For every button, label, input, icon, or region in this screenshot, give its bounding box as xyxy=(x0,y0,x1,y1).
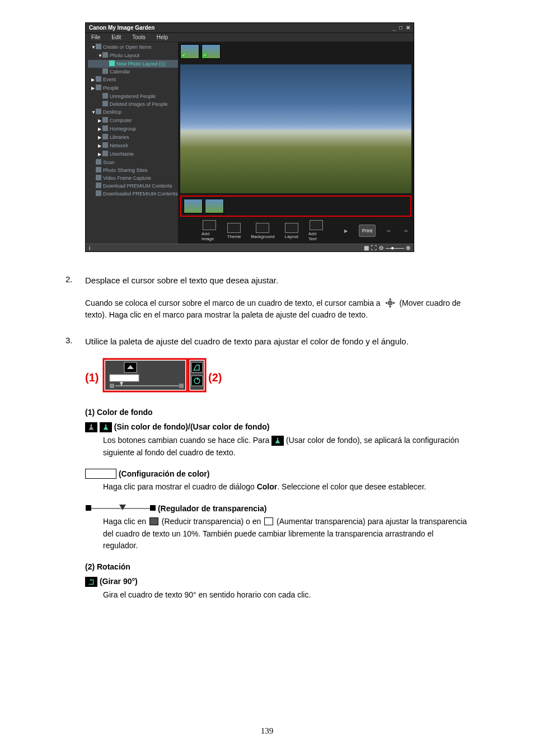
sidebar-item[interactable]: ▶Computer xyxy=(88,116,178,125)
scan-icon xyxy=(96,159,101,165)
sidebar-item[interactable]: Calendar xyxy=(88,68,178,76)
sidebar-item[interactable]: ▶Event xyxy=(88,76,178,84)
maximize-button[interactable]: □ xyxy=(399,25,402,31)
thumbnail[interactable]: ✓ xyxy=(202,44,221,59)
sidebar-item[interactable]: Download PREMIUM Contents xyxy=(88,182,178,190)
menu-help[interactable]: Help xyxy=(151,34,174,40)
downloaded-icon xyxy=(96,190,101,196)
disclosure-icon: ▶ xyxy=(98,151,101,158)
sidebar-item-label: Libraries xyxy=(110,134,129,140)
print-button[interactable]: Print xyxy=(359,225,376,237)
svg-point-17 xyxy=(105,424,107,426)
event-icon xyxy=(96,76,101,82)
nav-next-icon[interactable]: ⇨ xyxy=(402,228,410,234)
step-title: Utilice la paleta de ajuste del cuadro d… xyxy=(85,337,409,346)
rotate-90-icon xyxy=(85,577,97,587)
sidebar-item-label: Calendar xyxy=(110,69,130,74)
svg-rect-12 xyxy=(191,376,203,386)
svg-rect-20 xyxy=(86,577,97,586)
zoom-slider[interactable]: —●—— xyxy=(386,245,404,251)
sidebar-item-label: Create or Open Items xyxy=(103,44,152,50)
subsection-desc: Gira el cuadro de texto 90° en sentido h… xyxy=(103,589,469,601)
zoom-out-icon[interactable]: ⊖ xyxy=(379,245,383,251)
svg-rect-4 xyxy=(110,375,139,381)
sidebar-item-label: Deleted Images of People xyxy=(110,101,168,107)
sidebar-item[interactable]: ▼Photo Layout xyxy=(88,52,178,60)
theme-button[interactable]: Theme xyxy=(226,223,242,239)
thumbnail[interactable]: ✓ xyxy=(180,44,199,59)
svg-point-15 xyxy=(91,424,92,426)
svg-rect-6 xyxy=(179,384,184,388)
sidebar-item-label: Scan xyxy=(103,160,115,165)
layout-button[interactable]: Layout xyxy=(284,223,299,239)
add-image-button[interactable]: Add Image xyxy=(202,220,217,241)
increase-transparency-icon xyxy=(264,517,273,525)
sidebar-item[interactable]: ▼Desktop xyxy=(88,108,178,116)
layout-icon xyxy=(109,60,115,66)
sidebar-item[interactable]: Video Frame Capture xyxy=(88,174,178,182)
no-fill-icon xyxy=(85,422,97,432)
background-button[interactable]: Background xyxy=(251,223,275,239)
add-image-icon xyxy=(203,220,216,230)
move-cursor-icon xyxy=(384,298,396,308)
minimize-button[interactable]: _ xyxy=(392,25,396,31)
preview-image xyxy=(180,64,411,193)
svg-rect-5 xyxy=(110,384,114,388)
use-fill-icon xyxy=(100,422,112,432)
layout-icon xyxy=(285,223,298,233)
sidebar-item[interactable]: Unregistered People xyxy=(88,92,178,100)
subsection: (Sin color de fondo)/(Usar color de fond… xyxy=(85,422,469,459)
sidebar-item-label: Photo Layout xyxy=(110,53,139,58)
nav-prev-icon[interactable]: ⇦ xyxy=(385,228,393,234)
edit-toolbar: Add Image Theme Background Layout Add Te… xyxy=(178,217,414,244)
thumbnail[interactable] xyxy=(205,199,224,213)
theme-icon xyxy=(227,223,241,233)
disclosure-icon: ▶ xyxy=(98,125,101,133)
sidebar-item[interactable]: Photo Sharing Sites xyxy=(88,166,178,174)
people-icon xyxy=(102,93,108,99)
sidebar-item-label: Homegroup xyxy=(110,126,136,132)
menu-edit[interactable]: Edit xyxy=(106,34,127,40)
grid-view-icon[interactable]: ▦ xyxy=(364,245,369,251)
sidebar-item[interactable]: New Photo Layout (1) xyxy=(88,60,178,68)
section-heading: (2) Rotación xyxy=(85,562,469,571)
add-text-icon xyxy=(310,220,323,230)
user-icon xyxy=(102,151,108,156)
sidebar-item[interactable]: Scan xyxy=(88,158,178,166)
menu-file[interactable]: File xyxy=(86,34,106,40)
page: Canon My Image Garden _ □ ✕ File Edit To… xyxy=(65,0,469,601)
sidebar-item[interactable]: ▶UserName xyxy=(88,150,178,158)
computer-icon xyxy=(102,117,108,123)
sidebar-item-label: People xyxy=(103,85,119,91)
prev-page-icon[interactable]: ▶ xyxy=(342,228,350,234)
download-icon xyxy=(96,183,101,188)
disclosure-icon: ▶ xyxy=(98,134,101,142)
sidebar-item[interactable]: ▶People xyxy=(88,84,178,92)
menu-tools[interactable]: Tools xyxy=(127,34,151,40)
color-setting-icon xyxy=(85,469,116,479)
sidebar-item[interactable]: ▶Network xyxy=(88,142,178,150)
sidebar-item[interactable]: Deleted Images of People xyxy=(88,100,178,108)
thumbnail-strip: ✓ ✓ xyxy=(178,42,414,60)
add-text-button[interactable]: Add Text xyxy=(308,220,324,241)
subsection-head: (Girar 90°) xyxy=(100,577,138,586)
zoom-in-icon[interactable]: ⊕ xyxy=(406,245,410,251)
close-button[interactable]: ✕ xyxy=(406,25,410,31)
subsection-head: (Regulador de transparencia) xyxy=(158,504,267,513)
menubar: File Edit Tools Help xyxy=(86,33,414,42)
check-icon: ✓ xyxy=(202,53,208,58)
section-heading: (1) Color de fondo xyxy=(85,408,469,417)
sidebar-item[interactable]: Downloaded PREMIUM Contents xyxy=(88,190,178,198)
sidebar-item[interactable]: ▼Create or Open Items xyxy=(88,43,178,52)
sidebar-item-label: New Photo Layout (1) xyxy=(116,61,165,67)
disclosure-icon: ▼ xyxy=(91,109,95,116)
sidebar-item[interactable]: ▶Homegroup xyxy=(88,125,178,133)
fit-icon[interactable]: ⛶ xyxy=(371,245,377,251)
subsection: (Regulador de transparencia) Haga clic e… xyxy=(85,503,469,552)
status-bar: i ▦ ⛶ ⊖ —●—— ⊕ xyxy=(86,244,414,251)
sidebar-item-label: Download PREMIUM Contents xyxy=(103,183,172,189)
preview xyxy=(180,64,411,193)
thumbnail[interactable] xyxy=(184,199,203,213)
sidebar-item[interactable]: ▶Libraries xyxy=(88,133,178,142)
video-icon xyxy=(96,175,101,180)
